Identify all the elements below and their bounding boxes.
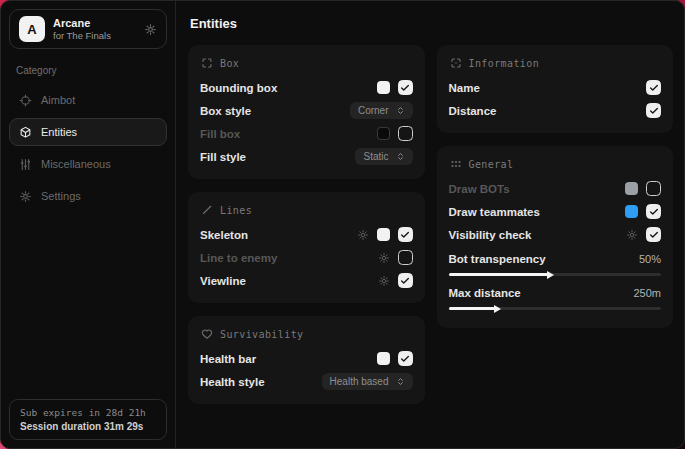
diagonal-line-icon <box>201 204 213 216</box>
chevron-updown-icon <box>396 152 405 161</box>
sidebar-item-miscellaneous[interactable]: Miscellaneous <box>9 150 167 178</box>
category-label: Category <box>16 65 167 76</box>
sidebar-item-label: Aimbot <box>41 94 75 106</box>
gear-icon[interactable] <box>378 252 390 264</box>
color-swatch[interactable] <box>625 205 638 218</box>
row-line-to-enemy: Line to enemy <box>200 246 413 269</box>
color-swatch[interactable] <box>377 127 390 140</box>
row-label: Bot transpenency <box>449 253 546 265</box>
sidebar-item-label: Entities <box>41 126 77 138</box>
row-health-bar: Health bar <box>200 347 413 370</box>
slider-value: 50% <box>639 253 661 265</box>
gear-icon <box>19 190 32 203</box>
row-box-style: Box style Corner <box>200 99 413 122</box>
draw-teammates-checkbox[interactable] <box>646 204 661 219</box>
line-to-enemy-checkbox[interactable] <box>398 250 413 265</box>
gear-icon[interactable] <box>378 275 390 287</box>
panel-title: Lines <box>220 205 252 216</box>
color-swatch[interactable] <box>377 352 390 365</box>
slider-fill <box>449 273 549 276</box>
row-label: Visibility check <box>449 229 532 241</box>
row-label: Line to enemy <box>200 252 277 264</box>
slider-thumb[interactable] <box>547 271 554 279</box>
panel-title: Survivability <box>220 329 303 340</box>
brand-title: Arcane <box>53 17 111 29</box>
color-swatch[interactable] <box>625 182 638 195</box>
draw-bots-checkbox[interactable] <box>646 181 661 196</box>
row-bounding-box: Bounding box <box>200 76 413 99</box>
health-style-dropdown[interactable]: Health based <box>322 373 413 390</box>
gear-icon[interactable] <box>144 23 157 36</box>
viewfinder-icon <box>201 57 213 69</box>
app-window: A Arcane for The Finals Category <box>0 0 685 449</box>
row-label: Health style <box>200 376 265 388</box>
row-viewline: Viewline <box>200 269 413 292</box>
max-distance-setting: Max distance 250m <box>449 283 662 310</box>
sidebar-item-label: Miscellaneous <box>41 158 111 170</box>
row-fill-box: Fill box <box>200 122 413 145</box>
row-fill-style: Fill style Static <box>200 145 413 168</box>
brand-card: A Arcane for The Finals <box>9 9 167 49</box>
panel-survivability: Survivability Health bar Health style <box>188 316 425 404</box>
slider-thumb[interactable] <box>494 305 501 313</box>
row-draw-bots: Draw BOTs <box>449 177 662 200</box>
color-swatch[interactable] <box>377 81 390 94</box>
fill-box-checkbox[interactable] <box>398 126 413 141</box>
dropdown-value: Health based <box>330 376 389 387</box>
info-scan-icon <box>450 57 462 69</box>
row-label: Fill style <box>200 151 246 163</box>
row-label: Draw teammates <box>449 206 540 218</box>
brand-subtitle: for The Finals <box>53 30 111 41</box>
viewline-checkbox[interactable] <box>398 273 413 288</box>
chevron-updown-icon <box>396 377 405 386</box>
row-label: Viewline <box>200 275 246 287</box>
panel-title: Information <box>469 58 540 69</box>
visibility-check-checkbox[interactable] <box>646 227 661 242</box>
bounding-box-checkbox[interactable] <box>398 80 413 95</box>
row-label: Max distance <box>449 287 521 299</box>
panel-title: Box <box>220 58 239 69</box>
chevron-updown-icon <box>396 106 405 115</box>
row-label: Skeleton <box>200 229 248 241</box>
skeleton-checkbox[interactable] <box>398 227 413 242</box>
sidebar: A Arcane for The Finals Category <box>1 1 176 448</box>
avatar: A <box>19 16 45 42</box>
panel-general: General Draw BOTs Draw teammates <box>437 146 674 328</box>
crosshair-icon <box>19 94 32 107</box>
sidebar-item-aimbot[interactable]: Aimbot <box>9 86 167 114</box>
row-label: Distance <box>449 105 497 117</box>
slider-fill <box>449 307 496 310</box>
dropdown-value: Static <box>363 151 388 162</box>
max-distance-slider[interactable] <box>449 307 662 310</box>
panel-title: General <box>469 159 514 170</box>
panel-information: Information Name Distance <box>437 45 674 133</box>
entities-icon <box>19 126 32 139</box>
sliders-icon <box>19 158 32 171</box>
panel-box: Box Bounding box Box style <box>188 45 425 179</box>
row-label: Fill box <box>200 128 240 140</box>
row-label: Bounding box <box>200 82 277 94</box>
name-checkbox[interactable] <box>646 80 661 95</box>
row-draw-teammates: Draw teammates <box>449 200 662 223</box>
row-name: Name <box>449 76 662 99</box>
row-health-style: Health style Health based <box>200 370 413 393</box>
sidebar-item-settings[interactable]: Settings <box>9 182 167 210</box>
row-visibility-check: Visibility check <box>449 223 662 246</box>
sidebar-item-entities[interactable]: Entities <box>9 118 167 146</box>
distance-checkbox[interactable] <box>646 103 661 118</box>
gear-icon[interactable] <box>357 229 369 241</box>
color-swatch[interactable] <box>377 228 390 241</box>
row-label: Name <box>449 82 480 94</box>
gear-icon[interactable] <box>626 229 638 241</box>
box-style-dropdown[interactable]: Corner <box>350 102 413 119</box>
page-title: Entities <box>190 16 673 31</box>
bot-transparency-slider[interactable] <box>449 273 662 276</box>
subscription-info: Sub expires in 28d 21h Session duration … <box>9 399 167 440</box>
heart-icon <box>201 328 213 340</box>
health-bar-checkbox[interactable] <box>398 351 413 366</box>
row-skeleton: Skeleton <box>200 223 413 246</box>
panel-lines: Lines Skeleton <box>188 192 425 303</box>
grid-dots-icon <box>450 158 462 170</box>
sidebar-item-label: Settings <box>41 190 81 202</box>
fill-style-dropdown[interactable]: Static <box>355 148 412 165</box>
